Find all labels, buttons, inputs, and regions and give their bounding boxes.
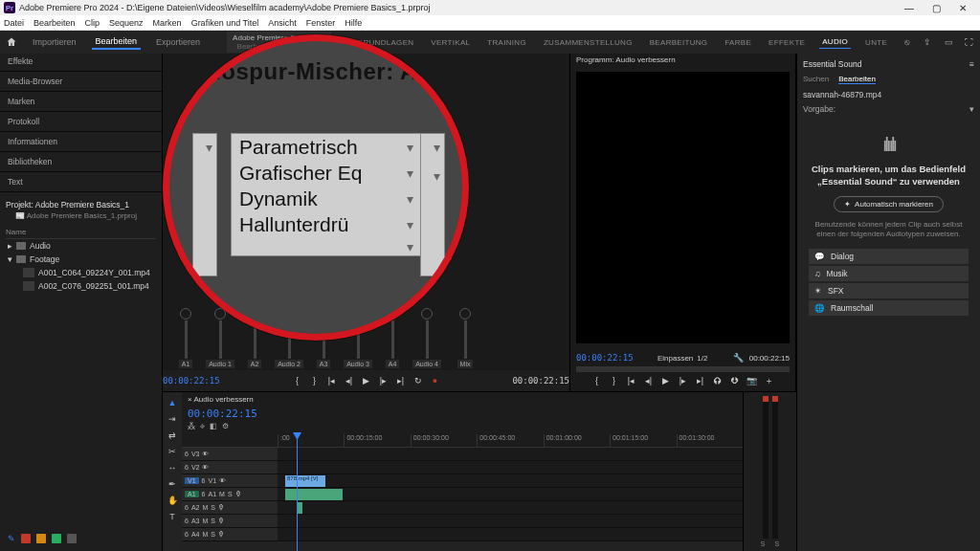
effect-slot[interactable]: Hallunterdrü▾ xyxy=(232,211,421,237)
ws-farbe[interactable]: FARBE xyxy=(722,36,754,49)
fader[interactable] xyxy=(391,320,394,359)
effect-slot[interactable]: Dynamik▾ xyxy=(232,186,421,211)
mark-out-icon[interactable]: } xyxy=(308,374,322,387)
cat-music[interactable]: ♫Musik xyxy=(809,266,969,281)
chevron-down-icon[interactable]: ▾ xyxy=(407,191,413,207)
menu-clip[interactable]: Clip xyxy=(85,18,100,28)
ws-bearbeitung[interactable]: BEARBEITUNG xyxy=(647,36,711,49)
type-tool-icon[interactable]: T xyxy=(166,510,179,523)
ws-audio[interactable]: AUDIO xyxy=(819,35,851,49)
meter-solo-r[interactable]: S xyxy=(775,540,780,547)
razor-tool-icon[interactable]: ✂ xyxy=(166,445,179,458)
go-out-icon[interactable]: ▸| xyxy=(694,374,707,387)
video-track[interactable]: 6V2👁 xyxy=(182,461,743,474)
cat-dialog[interactable]: 💬Dialog xyxy=(809,249,969,264)
program-scrubber[interactable] xyxy=(576,366,790,372)
menu-bearbeiten[interactable]: Bearbeiten xyxy=(33,18,76,28)
snap-icon[interactable]: ⁂ xyxy=(188,422,195,430)
panel-informationen[interactable]: Informationen xyxy=(0,134,162,149)
label-orange[interactable] xyxy=(36,534,46,543)
menu-ansicht[interactable]: Ansicht xyxy=(268,18,297,28)
ws-untertitel[interactable]: UNTE xyxy=(862,36,890,49)
program-tc-in[interactable]: 00:00:22:15 xyxy=(576,353,634,363)
marker-icon[interactable]: ◧ xyxy=(210,422,217,430)
panel-effekte[interactable]: Effekte xyxy=(0,54,162,69)
go-in-icon[interactable]: |◂ xyxy=(325,374,339,387)
go-out-icon[interactable]: ▸| xyxy=(394,374,408,387)
effect-slot[interactable]: Parametrisch▾ xyxy=(232,134,421,160)
project-file[interactable]: 📰 Adobe Premiere Basics_1.prproj xyxy=(6,211,156,220)
maximize-button[interactable]: ▢ xyxy=(923,3,949,13)
step-back-icon[interactable]: ◂| xyxy=(642,374,656,387)
home-icon[interactable] xyxy=(6,35,17,49)
label-red[interactable] xyxy=(21,534,31,543)
cat-sfx[interactable]: ✴SFX xyxy=(809,283,969,298)
video-track[interactable]: 6V3👁 xyxy=(182,448,743,461)
chevron-down-icon[interactable]: ▾ xyxy=(407,217,413,232)
step-fwd-icon[interactable]: |▸ xyxy=(377,374,390,387)
panel-media-browser[interactable]: Media-Browser xyxy=(0,74,162,89)
timeline-scrollbar[interactable] xyxy=(182,541,743,551)
effect-slot-empty[interactable]: ▾ xyxy=(232,237,421,255)
video-track-v1[interactable]: V16V1👁 878.mp4 [V] xyxy=(182,474,743,488)
pen-icon[interactable]: ✎ xyxy=(8,534,15,543)
menu-fenster[interactable]: Fenster xyxy=(306,18,336,28)
add-icon[interactable]: ＋ xyxy=(763,374,776,387)
fader[interactable] xyxy=(464,320,467,359)
fader[interactable] xyxy=(426,320,429,359)
audio-track-a2[interactable]: 6A2MS🎙 xyxy=(182,501,743,515)
pan-knob[interactable] xyxy=(459,308,471,320)
preset-dropdown-icon[interactable]: ▾ xyxy=(969,104,974,114)
close-button[interactable]: ✕ xyxy=(949,3,976,13)
export-frame-icon[interactable]: 📷 xyxy=(746,374,759,387)
slip-tool-icon[interactable]: ↔ xyxy=(166,461,179,474)
tab-export[interactable]: Exportieren xyxy=(152,35,204,49)
mark-out-icon[interactable]: } xyxy=(608,374,621,387)
record-icon[interactable]: ● xyxy=(429,374,442,387)
fit-dropdown[interactable]: Einpassen xyxy=(657,354,693,363)
scale-dropdown[interactable]: 1/2 xyxy=(697,354,707,363)
menu-grafiken[interactable]: Grafiken und Titel xyxy=(191,18,259,28)
mark-in-icon[interactable]: { xyxy=(590,374,604,387)
audio-clip[interactable] xyxy=(285,489,343,500)
step-fwd-icon[interactable]: |▸ xyxy=(677,374,690,387)
tab-edit[interactable]: Bearbeiten xyxy=(92,34,142,50)
effect-slot[interactable]: Grafischer Eq▾ xyxy=(232,160,421,186)
label-grey[interactable] xyxy=(67,534,77,543)
pan-knob[interactable] xyxy=(421,308,433,320)
fullscreen-icon[interactable]: ⛶ xyxy=(965,35,974,49)
es-tab-edit[interactable]: Bearbeiten xyxy=(838,75,876,84)
panel-marken[interactable]: Marken xyxy=(0,94,162,109)
panel-text[interactable]: Text xyxy=(0,174,162,189)
fader[interactable] xyxy=(185,320,188,359)
audio-track-a1[interactable]: A16A1MS🎙 xyxy=(182,488,743,501)
fader[interactable] xyxy=(219,320,222,359)
audio-track-a3[interactable]: 6A3MS🎙 xyxy=(182,515,743,528)
minimize-button[interactable]: — xyxy=(896,3,923,13)
timeline-tc[interactable]: 00:00:22:15 xyxy=(188,408,257,420)
meter-solo-l[interactable]: S xyxy=(761,540,766,547)
ws-training[interactable]: TRAINING xyxy=(484,36,529,49)
ws-vertikal[interactable]: VERTIKAL xyxy=(428,36,473,49)
chevron-down-icon[interactable]: ▾ xyxy=(407,239,413,254)
hand-tool-icon[interactable]: ✋ xyxy=(166,494,179,507)
chevron-down-icon[interactable]: ▾ xyxy=(407,140,413,155)
extract-icon[interactable]: ⮋ xyxy=(728,374,742,387)
step-back-icon[interactable]: ◂| xyxy=(343,374,356,387)
cat-ambience[interactable]: 🌐Raumschall xyxy=(809,300,969,316)
menu-marken[interactable]: Marken xyxy=(153,18,182,28)
mark-in-icon[interactable]: { xyxy=(291,374,304,387)
source-tc-in[interactable]: 00:00:22:15 xyxy=(163,376,220,386)
folder-footage[interactable]: ▾Footage xyxy=(6,253,156,266)
panel-protokoll[interactable]: Protokoll xyxy=(0,114,162,129)
ws-effekte[interactable]: EFFEKTE xyxy=(766,36,808,49)
play-icon[interactable]: ▶ xyxy=(360,374,373,387)
play-icon[interactable]: ▶ xyxy=(659,374,673,387)
panel-menu-icon[interactable]: ≡ xyxy=(969,59,974,69)
video-clip[interactable]: 878.mp4 [V] xyxy=(285,475,325,487)
tab-import[interactable]: Importieren xyxy=(29,35,80,49)
share-icon[interactable]: ⇪ xyxy=(923,35,932,49)
lift-icon[interactable]: ⮉ xyxy=(711,374,724,387)
loop-icon[interactable]: ↻ xyxy=(412,374,425,387)
timeline-ruler[interactable]: :00 00:00:15:00 00:00:30:00 00:00:45:00 … xyxy=(182,434,743,448)
